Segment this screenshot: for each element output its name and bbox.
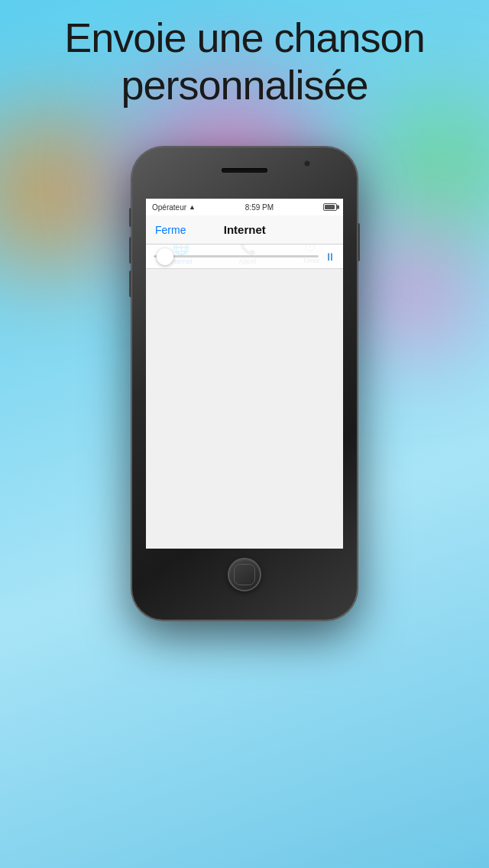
bg-blob-pink2 [351,229,474,351]
headline: Envoie une chanson personnalisée [0,14,489,108]
volume-up-button [129,237,131,264]
home-button-inner [234,564,255,585]
power-button [358,223,360,261]
audio-slider-row[interactable]: ⏸ [146,245,343,269]
phone-screen: Opérateur ▲ 8:59 PM Ferme Internet [146,199,343,549]
wifi-icon: ▲ [189,203,196,211]
screen-content: ⏸ [146,245,343,269]
status-right [323,203,337,211]
nav-title: Internet [224,223,266,236]
front-camera [304,160,310,167]
pause-button[interactable]: ⏸ [325,251,335,263]
battery-fill [325,205,335,209]
slider-thumb[interactable] [157,248,173,265]
battery-icon [323,203,337,211]
status-time: 8:59 PM [245,203,274,212]
bg-blob-green [374,99,489,237]
slider-track[interactable] [154,255,319,257]
mute-switch [129,208,131,227]
status-left: Opérateur ▲ [152,203,196,212]
phone-bottom [131,549,358,601]
phone-top [131,147,358,199]
volume-down-button [129,270,131,297]
headline-line1: Envoie une chanson [64,15,424,60]
home-button[interactable] [228,558,261,591]
headline-line2: personnalisée [121,62,368,108]
status-bar: Opérateur ▲ 8:59 PM [146,199,343,215]
bg-blob-orange [0,115,122,267]
phone-device: Opérateur ▲ 8:59 PM Ferme Internet [131,147,358,620]
carrier-label: Opérateur [152,203,186,212]
navigation-bar: Ferme Internet [146,215,343,245]
back-button[interactable]: Ferme [155,224,186,236]
phone-speaker [222,168,267,173]
